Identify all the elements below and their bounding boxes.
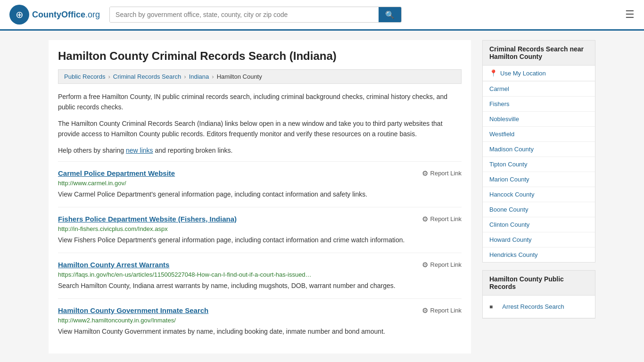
sidebar-item-clinton-county[interactable]: Clinton County: [483, 217, 595, 232]
sidebar-item-hancock-county[interactable]: Hancock County: [483, 187, 595, 202]
result-title[interactable]: Hamilton County Arrest Warrants: [58, 261, 169, 269]
result-item: Hamilton County Government Inmate Search…: [58, 298, 462, 344]
new-links-link[interactable]: new links: [126, 147, 153, 154]
pin-icon: 📍: [489, 69, 497, 77]
sidebar: Criminal Records Search near Hamilton Co…: [482, 40, 595, 354]
report-icon: ⚙: [422, 169, 428, 178]
arrest-records-link[interactable]: ■ Arrest Records Search: [483, 296, 595, 318]
report-icon: ⚙: [422, 306, 428, 315]
result-desc: View Hamilton County Government inmates …: [58, 327, 462, 337]
description-1: Perform a free Hamilton County, IN publi…: [58, 91, 462, 113]
report-link-4[interactable]: ⚙ Report Link: [422, 306, 462, 315]
report-icon: ⚙: [422, 261, 428, 269]
public-records-title: Hamilton County Public Records: [483, 271, 595, 296]
result-header: Fishers Police Department Website (Fishe…: [58, 215, 462, 223]
result-header: Hamilton County Arrest Warrants ⚙ Report…: [58, 261, 462, 269]
sidebar-item-boone-county[interactable]: Boone County: [483, 202, 595, 217]
logo[interactable]: ⊕ CountyOffice.org: [9, 5, 100, 25]
description-3: Help others by sharing new links and rep…: [58, 145, 462, 156]
result-url[interactable]: http://www.carmel.in.gov/: [58, 180, 462, 187]
description-3-prefix: Help others by sharing: [58, 147, 126, 154]
logo-text: CountyOffice.org: [32, 10, 100, 20]
breadcrumb-sep-2: ›: [184, 73, 186, 80]
sidebar-item-hendricks-county[interactable]: Hendricks County: [483, 247, 595, 262]
result-header: Carmel Police Department Website ⚙ Repor…: [58, 169, 462, 178]
sidebar-item-arrest-records[interactable]: ■ Arrest Records Search: [483, 296, 595, 318]
search-button[interactable]: 🔍: [379, 7, 401, 22]
result-url[interactable]: https://faqs.in.gov/hc/en-us/articles/11…: [58, 271, 462, 278]
report-link-3[interactable]: ⚙ Report Link: [422, 261, 462, 269]
result-url[interactable]: http://in-fishers.civicplus.com/Index.as…: [58, 225, 462, 232]
sidebar-item-westfield[interactable]: Westfield: [483, 127, 595, 142]
description-3-suffix: and reporting broken links.: [153, 147, 233, 154]
breadcrumb-sep-3: ›: [212, 73, 214, 80]
public-records-list: ■ Arrest Records Search: [483, 296, 595, 318]
main-content: Hamilton County Criminal Records Search …: [49, 40, 471, 354]
result-item: Fishers Police Department Website (Fishe…: [58, 207, 462, 253]
report-link-2[interactable]: ⚙ Report Link: [422, 215, 462, 223]
sidebar-item-tipton-county[interactable]: Tipton County: [483, 157, 595, 172]
use-my-location-link[interactable]: 📍 Use My Location: [483, 66, 595, 81]
result-item: Carmel Police Department Website ⚙ Repor…: [58, 161, 462, 207]
sidebar-item-fishers[interactable]: Fishers: [483, 97, 595, 112]
breadcrumb-hamilton-county: Hamilton County: [217, 73, 262, 80]
result-title[interactable]: Hamilton County Government Inmate Search: [58, 306, 208, 314]
public-records-section: Hamilton County Public Records ■ Arrest …: [482, 270, 595, 319]
sidebar-item-madison-county[interactable]: Madison County: [483, 142, 595, 157]
description-2: The Hamilton County Criminal Records Sea…: [58, 118, 462, 140]
breadcrumb: Public Records › Criminal Records Search…: [58, 69, 462, 84]
sidebar-item-howard-county[interactable]: Howard County: [483, 232, 595, 247]
report-link-1[interactable]: ⚙ Report Link: [422, 169, 462, 178]
use-my-location-item[interactable]: 📍 Use My Location: [483, 66, 595, 82]
breadcrumb-indiana[interactable]: Indiana: [189, 73, 209, 80]
search-input[interactable]: [110, 7, 379, 22]
search-bar: 🔍: [109, 7, 402, 23]
nearby-section: Criminal Records Search near Hamilton Co…: [482, 40, 595, 263]
result-desc: Search Hamilton County, Indiana arrest w…: [58, 281, 462, 291]
result-item: Hamilton County Arrest Warrants ⚙ Report…: [58, 253, 462, 298]
result-header: Hamilton County Government Inmate Search…: [58, 306, 462, 315]
bullet-icon: ■: [489, 304, 493, 310]
result-title[interactable]: Fishers Police Department Website (Fishe…: [58, 215, 237, 223]
nearby-section-title: Criminal Records Search near Hamilton Co…: [483, 41, 595, 66]
breadcrumb-sep-1: ›: [108, 73, 110, 80]
result-desc: View Fishers Police Department's general…: [58, 235, 462, 245]
page-title: Hamilton County Criminal Records Search …: [58, 49, 462, 63]
sidebar-item-carmel[interactable]: Carmel: [483, 82, 595, 97]
breadcrumb-public-records[interactable]: Public Records: [64, 73, 105, 80]
breadcrumb-criminal-records[interactable]: Criminal Records Search: [113, 73, 182, 80]
result-desc: View Carmel Police Department's general …: [58, 189, 462, 199]
report-icon: ⚙: [422, 215, 428, 223]
nearby-list: 📍 Use My Location Carmel Fishers Noblesv…: [483, 66, 595, 262]
logo-icon: ⊕: [9, 5, 29, 25]
result-title[interactable]: Carmel Police Department Website: [58, 169, 175, 177]
sidebar-item-marion-county[interactable]: Marion County: [483, 172, 595, 187]
results-list: Carmel Police Department Website ⚙ Repor…: [58, 161, 462, 344]
result-url[interactable]: http://www2.hamiltoncounty.in.gov/Inmate…: [58, 317, 462, 324]
menu-button[interactable]: ☰: [625, 8, 635, 21]
page-container: Hamilton County Criminal Records Search …: [39, 31, 605, 362]
sidebar-item-noblesville[interactable]: Noblesville: [483, 112, 595, 127]
site-header: ⊕ CountyOffice.org 🔍 ☰: [0, 0, 644, 31]
